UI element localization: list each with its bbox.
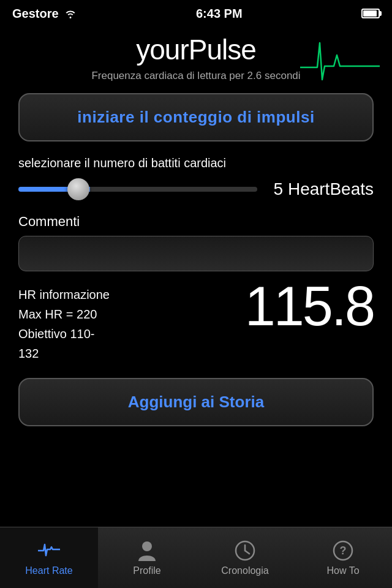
history-button[interactable]: Aggiungi ai Storia	[18, 378, 374, 426]
ecg-svg	[300, 37, 380, 86]
wifi-icon	[64, 9, 77, 18]
battery-indicator	[361, 9, 380, 18]
slider-row: 5 HeartBeats	[18, 179, 374, 199]
carrier-text: Gestore	[12, 7, 59, 21]
start-button-label: iniziare il conteggio di impulsi	[77, 108, 314, 126]
svg-point-0	[142, 541, 152, 551]
cronologia-icon	[234, 540, 256, 562]
ecg-graphic	[300, 37, 380, 86]
start-button[interactable]: iniziare il conteggio di impulsi	[18, 93, 374, 141]
hr-info: HR informazione Max HR = 220 Obiettivo 1…	[18, 285, 110, 363]
slider-value: 5 HeartBeats	[270, 179, 374, 199]
carrier-label: Gestore	[12, 7, 77, 21]
slider-thumb[interactable]	[67, 178, 89, 200]
hr-info-line2: Max HR = 220	[18, 304, 110, 324]
svg-text:?: ?	[340, 545, 347, 557]
profile-icon	[136, 540, 158, 562]
tab-how-to[interactable]: ? How To	[294, 527, 392, 588]
tab-heart-rate[interactable]: Heart Rate	[0, 527, 98, 588]
battery-icon	[361, 9, 380, 18]
status-time: 6:43 PM	[196, 7, 243, 21]
tab-cronologia[interactable]: Cronologia	[196, 527, 294, 588]
svg-line-3	[245, 551, 249, 554]
tab-profile[interactable]: Profile	[98, 527, 196, 588]
history-button-label: Aggiungi ai Storia	[128, 393, 264, 411]
main-content: yourPulse Frequenza cardiaca di lettura …	[0, 27, 392, 426]
comments-input[interactable]	[18, 236, 374, 271]
status-bar: Gestore 6:43 PM	[0, 0, 392, 27]
tab-bar: Heart Rate Profile Cronologia ?	[0, 527, 392, 588]
how-to-icon: ?	[332, 540, 354, 562]
hr-info-line1: HR informazione	[18, 285, 110, 304]
slider-section-label: selezionare il numero di battiti cardiac…	[18, 155, 374, 171]
slider-track[interactable]	[18, 187, 257, 192]
hr-big-number: 115.8	[245, 279, 374, 334]
tab-cronologia-label: Cronologia	[221, 565, 268, 576]
hr-section: HR informazione Max HR = 220 Obiettivo 1…	[18, 285, 374, 363]
hr-info-line3: Obiettivo 110-	[18, 324, 110, 344]
tab-how-to-label: How To	[326, 565, 359, 576]
tab-heart-rate-label: Heart Rate	[25, 565, 72, 576]
tab-profile-label: Profile	[133, 565, 160, 576]
comments-label: Commenti	[18, 214, 374, 230]
heart-rate-icon	[38, 540, 60, 562]
hr-info-line4: 132	[18, 344, 110, 363]
